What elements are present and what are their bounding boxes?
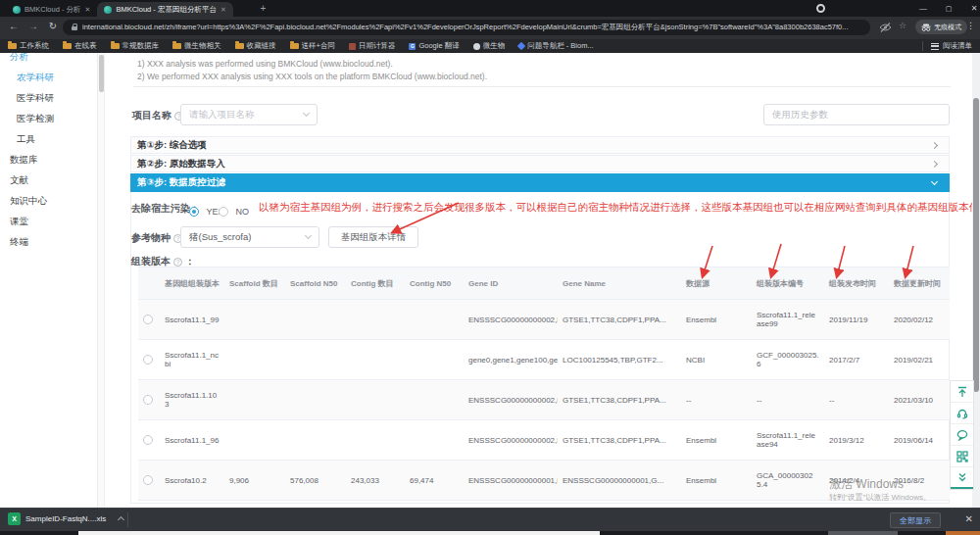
- table-cell: [224, 420, 285, 461]
- table-row[interactable]: Sscrofa11.1_99ENSSSCG00000000002,E...GTS…: [138, 300, 950, 340]
- step-header[interactable]: 第②步: 原始数据导入: [130, 155, 950, 172]
- incognito-label: 无痕模式: [934, 23, 961, 32]
- citation-note-1: 1) XXX analysis was performed using BMKC…: [137, 59, 393, 69]
- radio-cell: [138, 420, 160, 461]
- sidebar-item[interactable]: 医学检测: [0, 109, 97, 129]
- browser-tab[interactable]: BMKCloud - 分析✕: [6, 2, 97, 17]
- bookmark-label: 收藏链接: [247, 41, 276, 51]
- sidebar-item[interactable]: 工具: [0, 129, 97, 150]
- window-close-button[interactable]: ✕: [964, 0, 980, 17]
- table-row[interactable]: Sscrofa11.1_ncbigene0,gene1,gene100,ge..…: [138, 340, 950, 380]
- show-all-downloads-button[interactable]: 全部显示: [890, 512, 941, 528]
- back-button[interactable]: ←: [6, 21, 22, 31]
- table-row[interactable]: Sscrofa10.29,906576,008243,03369,474ENSS…: [138, 461, 950, 501]
- new-tab-button[interactable]: +: [257, 2, 270, 15]
- extension-icon[interactable]: [816, 4, 825, 13]
- reading-list-label: 阅读清单: [943, 41, 972, 51]
- bookmark-star-icon[interactable]: ☆: [899, 21, 906, 30]
- collapse-button[interactable]: [951, 467, 973, 489]
- table-cell: LOC100125545,TBP,GTF2...: [558, 340, 681, 380]
- minimize-button[interactable]: —: [913, 0, 933, 17]
- feedback-button[interactable]: [951, 424, 973, 446]
- bookmark-item[interactable]: GGoogle 翻译: [409, 41, 459, 51]
- sidebar-item[interactable]: 医学科研: [0, 88, 97, 109]
- sidebar-item[interactable]: 课堂: [0, 212, 97, 232]
- download-item[interactable]: X SampleID-FastqN....xls: [8, 512, 123, 525]
- tab-close-icon[interactable]: ✕: [220, 6, 226, 14]
- row-radio[interactable]: [143, 475, 153, 485]
- project-name-select[interactable]: 请输入项目名称: [180, 104, 318, 125]
- radio-no-circle[interactable]: [219, 207, 228, 217]
- bookmark-item[interactable]: 送样+合同: [290, 41, 335, 51]
- tab-close-icon[interactable]: ✕: [85, 6, 91, 14]
- bookmark-item[interactable]: 微生物: [473, 41, 506, 51]
- step-label: 第①步: 综合选项: [137, 139, 207, 152]
- eye-slash-icon[interactable]: [879, 23, 892, 32]
- address-bar[interactable]: international.biocloud.net/zh/iframe?url…: [63, 20, 870, 35]
- page-scrollbar-thumb[interactable]: [973, 98, 979, 392]
- radio-yes-circle[interactable]: [189, 207, 199, 217]
- genome-version-detail-button[interactable]: 基因组版本详情: [328, 226, 418, 248]
- tab-title: BMKCloud - 分析: [24, 5, 81, 15]
- sidebar-item[interactable]: 文献: [0, 170, 97, 191]
- bookmark-item[interactable]: 微生物相关: [172, 41, 221, 51]
- column-header: 组装发布时间: [824, 268, 889, 300]
- ref-species-select[interactable]: 猪(Sus_scrofa): [180, 226, 319, 248]
- scrollbar-thumb[interactable]: [99, 55, 104, 92]
- chevron-down-icon: [303, 110, 310, 117]
- sidebar-item[interactable]: 分析: [0, 53, 97, 68]
- bookmark-item[interactable]: 收藏链接: [235, 41, 276, 51]
- step-header[interactable]: 第③步: 数据质控过滤: [130, 173, 950, 192]
- table-cell: 576,008: [285, 461, 346, 501]
- bookmark-item[interactable]: 问题导航栏 - Biom...: [518, 41, 594, 51]
- table-row[interactable]: Sscrofa11.1.103ENSSSCG00000000002,E...GT…: [138, 380, 950, 420]
- bookmark-label: 送样+合同: [302, 41, 335, 51]
- sidebar-item[interactable]: 终端: [0, 232, 97, 253]
- reading-list-button[interactable]: 阅读清单: [922, 41, 972, 51]
- chevron-up-icon[interactable]: [118, 516, 124, 523]
- incognito-badge[interactable]: 无痕模式: [915, 20, 967, 34]
- radio-cell: [138, 380, 160, 420]
- row-radio[interactable]: [143, 435, 153, 445]
- sidebar-item[interactable]: 知识中心: [0, 191, 97, 212]
- maximize-button[interactable]: ▢: [939, 0, 958, 17]
- table-cell: GTSE1,TTC38,CDPF1,PPA...: [558, 420, 681, 461]
- radio-cell: [138, 461, 160, 501]
- chevron-right-icon: [931, 141, 938, 148]
- column-header: 组装版本编号: [752, 268, 824, 300]
- bookmark-item[interactable]: 常规数据库: [111, 41, 160, 51]
- row-radio[interactable]: [143, 355, 153, 365]
- table-row[interactable]: Sscrofa11.1_96ENSSSCG00000000002,E...GTS…: [138, 420, 950, 461]
- download-bar-close-button[interactable]: ✕: [965, 513, 973, 524]
- help-icon[interactable]: ?: [173, 258, 182, 267]
- radio-no[interactable]: NO: [219, 202, 249, 219]
- column-header: 数据源: [681, 268, 752, 300]
- taskbar-app-button[interactable]: [828, 531, 898, 535]
- column-header: 数据更新时间: [889, 268, 950, 300]
- step-header[interactable]: 第①步: 综合选项: [130, 136, 950, 154]
- folder-icon: [172, 43, 181, 49]
- row-radio[interactable]: [143, 315, 153, 324]
- sidebar-scrollbar[interactable]: [98, 53, 105, 508]
- bookmark-item[interactable]: 工作系统: [8, 41, 49, 51]
- table-cell: [285, 380, 346, 420]
- taskbar-app-button-orange[interactable]: [946, 531, 980, 535]
- qr-code-button[interactable]: [951, 446, 973, 467]
- download-bar: X SampleID-FastqN....xls 全部显示 ✕: [0, 508, 980, 531]
- reload-button[interactable]: ↻: [45, 21, 61, 31]
- qr-code-icon: [956, 451, 968, 462]
- bookmark-item[interactable]: 日期计算器: [349, 41, 396, 51]
- forward-button[interactable]: →: [25, 21, 41, 31]
- bookmark-item[interactable]: 在线表: [63, 41, 97, 51]
- history-params-select[interactable]: 使用历史参数: [763, 104, 950, 125]
- chevron-down-icon: [305, 232, 312, 239]
- browser-menu-icon[interactable]: ⋮: [966, 21, 975, 30]
- sidebar-item[interactable]: 农学科研: [0, 68, 97, 88]
- sidebar-item[interactable]: 数据库: [0, 150, 97, 170]
- row-radio[interactable]: [143, 395, 153, 405]
- customer-service-button[interactable]: [951, 403, 973, 424]
- browser-tab[interactable]: BMKCloud - 宏基因组分析平台✕: [97, 2, 232, 17]
- citation-note-2: 2) We performed XXX analysis using XXX t…: [137, 72, 487, 81]
- back-to-top-button[interactable]: [951, 381, 973, 403]
- taskbar-search-box[interactable]: [78, 531, 600, 535]
